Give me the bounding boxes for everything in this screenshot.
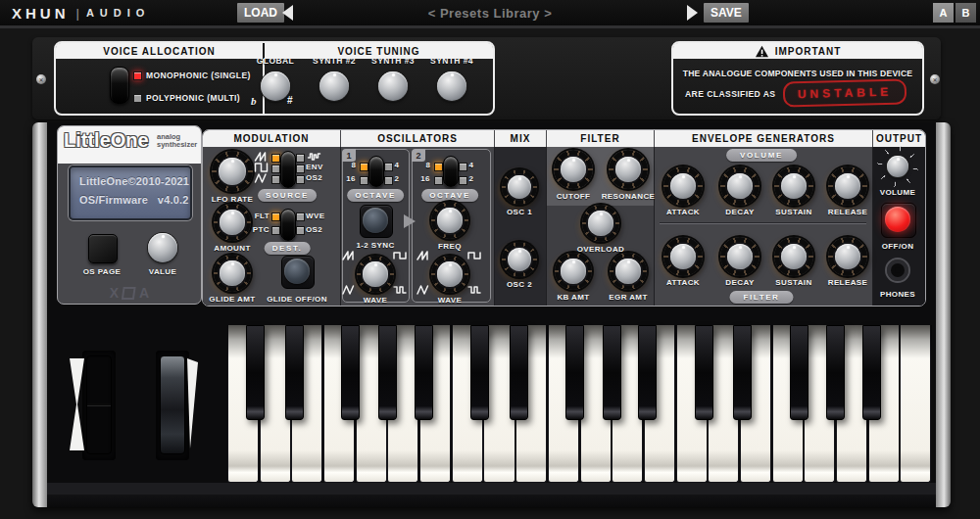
black-key[interactable] <box>470 325 489 420</box>
presets-library-selector[interactable]: < Presets Library > <box>343 0 637 25</box>
dest-os2-label: OS2 <box>306 225 322 234</box>
important-line2: ARE CLASSIFIED AS <box>685 89 775 99</box>
mod-wheel-marking <box>187 358 199 450</box>
lcd-display: LittleOne©2010-2021 OS/Firmware v4.0.2 <box>69 165 192 220</box>
mark-square-icon <box>122 287 136 300</box>
source-switch[interactable] <box>280 151 296 188</box>
flt-decay-knob[interactable] <box>720 237 760 276</box>
osc1-wave-knob[interactable] <box>357 256 394 293</box>
important-title: IMPORTANT <box>775 46 842 57</box>
osc2-octave-switch[interactable] <box>443 156 459 187</box>
important-box: IMPORTANT THE ANALOGUE COMPONENTS USED I… <box>671 41 924 116</box>
os-page-button[interactable] <box>88 234 118 263</box>
divider <box>872 147 873 307</box>
synth4-tune-knob[interactable] <box>437 71 466 101</box>
black-key[interactable] <box>826 325 845 420</box>
synth3-tune-knob[interactable] <box>378 71 408 101</box>
vol-decay-knob[interactable] <box>720 166 760 206</box>
white-key[interactable] <box>900 325 931 483</box>
monophonic-led <box>133 71 142 80</box>
power-on-off-button[interactable] <box>885 207 910 232</box>
glide-amt-knob[interactable] <box>214 255 251 292</box>
vol-attack-knob[interactable] <box>663 166 703 206</box>
mix-osc2-knob[interactable] <box>502 242 537 277</box>
save-button[interactable]: SAVE <box>704 3 749 23</box>
divider <box>546 147 547 307</box>
black-key[interactable] <box>733 325 752 420</box>
lcd-line-2: OS/Firmware v4.0.2 <box>79 194 190 206</box>
black-key[interactable] <box>246 325 265 420</box>
dest-switch[interactable] <box>280 209 296 241</box>
prev-preset-icon[interactable] <box>282 5 293 21</box>
kb-amt-knob[interactable] <box>555 253 592 290</box>
mix-osc1-knob[interactable] <box>502 169 537 205</box>
osc1-octave-switch[interactable] <box>368 156 384 187</box>
egr-amt-label: EGR AMT <box>609 293 647 302</box>
flt-attack-knob[interactable] <box>663 237 703 276</box>
divider <box>494 147 495 307</box>
value-knob[interactable] <box>148 233 177 262</box>
voice-mode-switch[interactable] <box>110 67 129 104</box>
flt-release-knob[interactable] <box>828 237 867 276</box>
voice-box: VOICE ALLOCATION VOICE TUNING MONOPHONIC… <box>54 41 495 116</box>
lfo-rate-knob[interactable] <box>212 151 253 192</box>
synth2-tune-knob[interactable] <box>319 71 349 101</box>
mark-x: X <box>110 285 119 301</box>
osc2-freq-knob[interactable] <box>431 202 468 239</box>
flt-release-label: RELEASE <box>828 278 868 287</box>
warning-icon <box>755 45 769 58</box>
saw-wave-icon <box>253 152 270 162</box>
cutoff-knob[interactable] <box>554 150 593 189</box>
osc2-freq-label: FREQ <box>438 242 462 251</box>
osc2-wave-knob[interactable] <box>431 256 468 293</box>
black-key[interactable] <box>341 325 360 420</box>
black-key[interactable] <box>285 325 304 420</box>
source-saw-led <box>271 154 280 163</box>
synth3-tune-label: SYNTH #3 <box>371 56 415 66</box>
brand-xhun: XHUN <box>12 5 70 22</box>
sync-button[interactable] <box>363 208 388 233</box>
black-key[interactable] <box>695 325 713 420</box>
overload-knob[interactable] <box>582 205 619 242</box>
black-key[interactable] <box>862 325 881 420</box>
pulse-wave-icon <box>466 251 482 260</box>
black-key[interactable] <box>565 325 584 420</box>
osc1-oct-8-label: 8 <box>352 161 357 169</box>
black-key[interactable] <box>415 325 433 420</box>
global-tune-knob[interactable] <box>261 71 290 101</box>
env-volume-badge: VOLUME <box>726 149 797 162</box>
next-preset-icon[interactable] <box>687 5 698 21</box>
black-key[interactable] <box>603 325 621 420</box>
load-button[interactable]: LOAD <box>237 3 284 23</box>
preset-b-button[interactable]: B <box>956 3 976 23</box>
logo-tagline-2: synthesizer <box>157 141 197 149</box>
vol-release-knob[interactable] <box>828 166 867 206</box>
phones-jack[interactable] <box>885 258 910 283</box>
flat-label: b <box>251 95 257 107</box>
glide-on-off-button[interactable] <box>284 259 310 284</box>
mod-wheel[interactable] <box>160 355 185 454</box>
flt-sustain-label: SUSTAIN <box>775 278 811 287</box>
amount-knob[interactable] <box>214 204 251 241</box>
flt-sustain-knob[interactable] <box>774 237 813 276</box>
resonance-knob[interactable] <box>609 150 648 189</box>
black-key[interactable] <box>790 325 808 420</box>
osc1-oct-16-led <box>360 176 368 185</box>
osc1-oct-4-label: 4 <box>395 161 400 169</box>
preset-a-button[interactable]: A <box>933 3 954 23</box>
osc1-oct-2-label: 2 <box>395 174 400 183</box>
vol-sustain-knob[interactable] <box>774 166 813 206</box>
divider <box>654 147 655 307</box>
black-key[interactable] <box>378 325 397 420</box>
synth2-tune-label: SYNTH #2 <box>313 56 356 66</box>
important-line1: THE ANALOGUE COMPONENTS USED IN THIS DEV… <box>683 69 913 78</box>
amount-label: AMOUNT <box>214 244 251 253</box>
xhun-logo-mark: X A <box>110 285 149 301</box>
osc2-wave-label: WAVE <box>438 296 463 305</box>
egr-amt-knob[interactable] <box>610 253 647 290</box>
triangle-wave-icon <box>416 285 431 295</box>
output-volume-knob[interactable] <box>887 156 908 177</box>
black-key[interactable] <box>638 325 657 420</box>
lfo-rate-label: LFO RATE <box>212 195 254 204</box>
black-key[interactable] <box>510 325 528 420</box>
